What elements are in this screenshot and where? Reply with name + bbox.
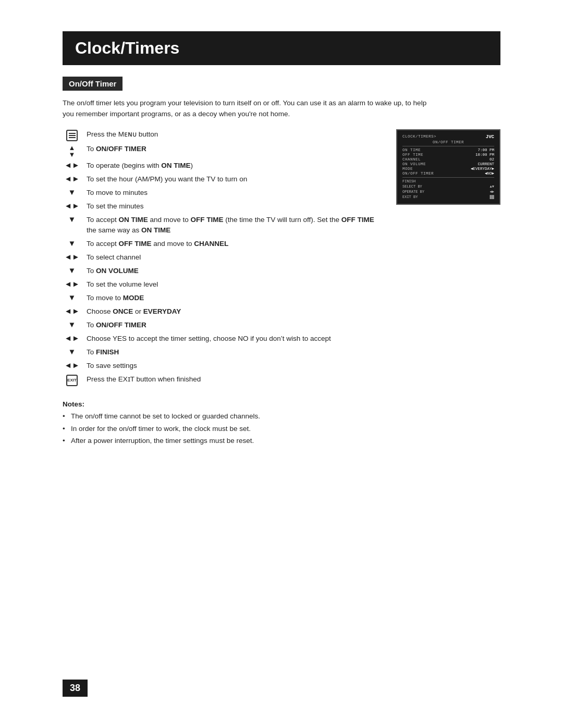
instruction-text: To move to minutes [87,188,381,199]
down-arrow-icon: ▼ [63,215,81,224]
notes-title: Notes: [63,400,500,408]
instruction-text: To set the hour (AM/PM) you want the TV … [87,174,381,185]
instruction-row: ▼To ON VOLUME [63,266,381,277]
note-item: In order for the on/off timer to work, t… [63,424,500,435]
instruction-row: ◄►Choose ONCE or EVERYDAY [63,306,381,317]
instruction-text: Choose YES to accept the timer setting, … [87,334,381,344]
screen-exit-label: EXIT BY [402,195,418,199]
tv-screen: CLOCK/TIMERS> JVC ON/OFF TIMER ON TIME7:… [396,129,500,205]
screen-divider-mid [402,177,494,178]
instruction-row: ▼To accept OFF TIME and move to CHANNEL [63,239,381,250]
instruction-text: Press the EΧɪT button when finished [87,374,381,385]
instruction-row: ◄►To operate (begins with ON TIME) [63,161,381,171]
instruction-text: Choose ONCE or EVERYDAY [87,306,381,317]
up-down-arrow-icon: ▲▼ [63,144,81,158]
note-item: The on/off time cannot be set to locked … [63,411,500,422]
page: Clock/Timers On/Off Timer The on/off tim… [0,0,563,728]
screen-data-row: ON VOLUMECURRENT [402,162,494,166]
instruction-text: To save settings [87,361,381,372]
screen-data-row: ON TIME7:00 PM [402,148,494,152]
down-arrow-icon: ▼ [63,320,81,329]
notes-list: The on/off time cannot be set to locked … [63,411,500,447]
instruction-text: To set the volume level [87,279,381,290]
down-arrow-icon: ▼ [63,347,81,356]
note-item: After a power interruption, the timer se… [63,436,500,447]
screen-operate-icon: ◄► [490,190,494,194]
content-area: Press the Mᴇɴᴜ button▲▼To ON/OFF TIMER◄►… [63,129,500,389]
screen-subtitle: ON/OFF TIMER [402,140,494,144]
left-right-arrow-icon: ◄► [63,361,81,369]
instruction-row: Press the Mᴇɴᴜ button [63,129,381,141]
instruction-text: To ON VOLUME [87,266,381,277]
menu-icon [63,129,81,141]
instruction-row: ◄►Choose YES to accept the timer setting… [63,334,381,344]
instruction-row: ◄►To set the minutes [63,201,381,212]
instruction-row: ▼To move to MODE [63,293,381,304]
left-right-arrow-icon: ◄► [63,334,81,342]
left-right-arrow-icon: ◄► [63,174,81,182]
intro-text: The on/off timer lets you program your t… [63,98,427,120]
down-arrow-icon: ▼ [63,239,81,248]
instruction-row: ◄►To select channel [63,252,381,263]
screen-data-row: OFF TIME10:00 PM [402,153,494,157]
section-header: On/Off Timer [63,77,123,91]
instruction-row: ▼To accept ON TIME and move to OFF TIME … [63,215,381,237]
down-arrow-icon: ▼ [63,266,81,275]
left-right-arrow-icon: ◄► [63,279,81,288]
down-arrow-icon: ▼ [63,293,81,302]
screen-data-row: MODE◄EVERYDAY► [402,167,494,171]
screen-operate-label: OPERATE BY [402,190,424,194]
instruction-text: To FINISH [87,347,381,358]
instructions-list: Press the Mᴇɴᴜ button▲▼To ON/OFF TIMER◄►… [63,129,381,389]
screen-divider-top [402,146,494,146]
instruction-text: Press the Mᴇɴᴜ button [87,129,381,140]
left-right-arrow-icon: ◄► [63,201,81,209]
instruction-row: ▼To FINISH [63,347,381,358]
screen-select-icon: ▲▼ [490,184,494,189]
screen-header-left: CLOCK/TIMERS> [402,134,436,140]
instruction-text: To ON/OFF TIMER [87,144,381,155]
left-right-arrow-icon: ◄► [63,252,81,261]
instruction-row: ◄►To save settings [63,361,381,372]
left-right-arrow-icon: ◄► [63,161,81,169]
instruction-row: ◄►To set the volume level [63,279,381,290]
exit-button-icon: EXIT [63,374,81,386]
screen-finish-label: FINISH [402,179,415,183]
down-arrow-icon: ▼ [63,188,81,196]
instruction-text: To select channel [87,252,381,263]
instruction-text: To operate (begins with ON TIME) [87,161,381,171]
instruction-text: To accept ON TIME and move to OFF TIME (… [87,215,381,237]
screen-data-row: CHANNEL02 [402,157,494,162]
instruction-row: ▲▼To ON/OFF TIMER [63,144,381,158]
screen-select-label: SELECT BY [402,184,422,189]
instruction-row: ▼To move to minutes [63,188,381,199]
notes-section: Notes: The on/off time cannot be set to … [63,400,500,447]
instruction-row: EXITPress the EΧɪT button when finished [63,374,381,386]
instruction-text: To move to MODE [87,293,381,304]
instruction-text: To ON/OFF TIMER [87,320,381,331]
instruction-text: To set the minutes [87,201,381,212]
screen-brand: JVC [486,134,494,140]
instruction-row: ◄►To set the hour (AM/PM) you want the T… [63,174,381,185]
page-number: 38 [63,680,88,697]
instruction-row: ▼To ON/OFF TIMER [63,320,381,331]
screen-data-row: ON/OFF TIMER◄NO► [402,171,494,176]
page-title: Clock/Timers [63,31,500,65]
screen-exit-icon: ▓▓ [490,195,494,199]
left-right-arrow-icon: ◄► [63,306,81,315]
instruction-text: To accept OFF TIME and move to CHANNEL [87,239,381,250]
